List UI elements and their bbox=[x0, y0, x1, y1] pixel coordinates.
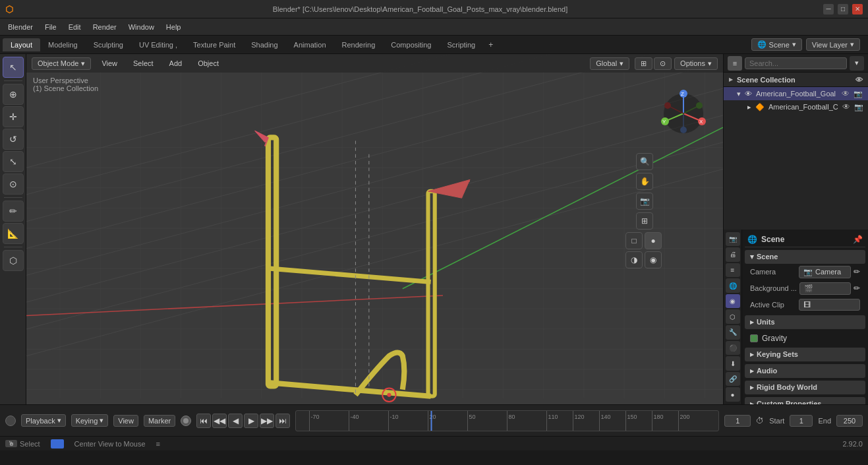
material-tab[interactable]: ● bbox=[726, 387, 740, 402]
pan-button[interactable]: ✋ bbox=[636, 173, 653, 190]
tab-texture-paint[interactable]: Texture Paint bbox=[185, 38, 243, 51]
props-pin-icon[interactable]: 📌 bbox=[853, 235, 863, 244]
physics-tab[interactable]: ⬇ bbox=[726, 356, 740, 371]
tool-select[interactable]: ↖ bbox=[3, 57, 24, 78]
camera-name: Camera bbox=[815, 268, 841, 276]
tool-measure[interactable]: 📐 bbox=[3, 223, 24, 244]
menu-help[interactable]: Help bbox=[161, 22, 187, 32]
gravity-checkbox[interactable] bbox=[750, 334, 758, 342]
keying-sets-expand: ▸ bbox=[750, 350, 754, 359]
background-edit-icon[interactable]: ✏ bbox=[854, 284, 860, 293]
gizmo-widget[interactable]: Z X Y bbox=[657, 87, 710, 140]
item-visibility-icon-2[interactable]: 👁 bbox=[842, 102, 850, 111]
camera-value[interactable]: 📷 Camera bbox=[799, 266, 851, 278]
proportional-edit-button[interactable]: ⊙ bbox=[654, 57, 672, 70]
viewport-select-menu[interactable]: Select bbox=[128, 58, 159, 69]
global-transform-selector[interactable]: Global ▾ bbox=[590, 57, 629, 70]
wireframe-button[interactable]: □ bbox=[625, 232, 643, 249]
start-frame-input[interactable] bbox=[790, 415, 813, 427]
tool-cursor[interactable]: ⊕ bbox=[3, 84, 24, 105]
viewport[interactable]: Object Mode ▾ View Select Add Object Glo… bbox=[26, 54, 723, 404]
outliner-item-football-c[interactable]: ▸ 🔶 American_Football_C 👁 📷 bbox=[724, 100, 868, 113]
tool-move[interactable]: ✛ bbox=[3, 106, 24, 127]
viewport-object-menu[interactable]: Object bbox=[192, 58, 224, 69]
current-frame-input[interactable] bbox=[724, 415, 751, 427]
tab-layout[interactable]: Layout bbox=[3, 38, 40, 51]
material-button[interactable]: ◑ bbox=[625, 251, 643, 268]
record-button[interactable] bbox=[181, 416, 191, 426]
tab-shading[interactable]: Shading bbox=[243, 38, 285, 51]
tab-sculpting[interactable]: Sculpting bbox=[86, 38, 131, 51]
playback-menu[interactable]: Playback ▾ bbox=[21, 414, 66, 427]
item-visibility-icon[interactable]: 👁 bbox=[842, 89, 850, 98]
play-button[interactable]: ▶ bbox=[244, 414, 258, 428]
scene-section-header[interactable]: ▾ Scene bbox=[745, 250, 865, 264]
marker-menu[interactable]: Marker bbox=[144, 415, 175, 427]
tab-animation[interactable]: Animation bbox=[286, 38, 334, 51]
view-layer-selector[interactable]: View Layer ▾ bbox=[806, 38, 860, 51]
viewport-add-menu[interactable]: Add bbox=[164, 58, 188, 69]
tool-annotate[interactable]: ✏ bbox=[3, 201, 24, 222]
tool-transform[interactable]: ⊙ bbox=[3, 173, 24, 195]
camera-view-button[interactable]: 📷 bbox=[636, 193, 653, 210]
timeline-ruler[interactable]: -70 -40 -10 20 50 80 110 120 140 150 180… bbox=[295, 410, 719, 431]
constraints-tab[interactable]: 🔗 bbox=[726, 372, 740, 387]
outliner-tab[interactable]: ≡ bbox=[728, 56, 742, 71]
prev-keyframe-button[interactable]: ◀◀ bbox=[212, 414, 227, 428]
audio-section-header[interactable]: ▸ Audio bbox=[745, 364, 865, 378]
outliner-filter-button[interactable]: ▾ bbox=[850, 56, 864, 71]
menu-file[interactable]: File bbox=[40, 22, 62, 32]
step-forward-button[interactable]: ▶▶ bbox=[260, 414, 274, 428]
render-properties-tab[interactable]: 📷 bbox=[726, 232, 740, 247]
orthographic-button[interactable]: ⊞ bbox=[636, 212, 653, 230]
tab-compositing[interactable]: Compositing bbox=[383, 38, 439, 51]
zoom-in-button[interactable]: 🔍 bbox=[636, 153, 653, 170]
options-button[interactable]: Options ▾ bbox=[674, 57, 718, 70]
menu-window[interactable]: Window bbox=[123, 22, 159, 32]
end-frame-input[interactable] bbox=[836, 415, 863, 427]
tab-scripting[interactable]: Scripting bbox=[439, 38, 483, 51]
step-back-button[interactable]: ◀ bbox=[228, 414, 243, 428]
view-layer-tab[interactable]: ≡ bbox=[726, 263, 740, 278]
custom-props-header[interactable]: ▸ Custom Properties bbox=[745, 397, 865, 405]
rigid-body-header[interactable]: ▸ Rigid Body World bbox=[745, 381, 865, 394]
tab-uv-editing[interactable]: UV Editing , bbox=[131, 38, 185, 51]
custom-props-label: Custom Properties bbox=[757, 400, 821, 404]
tool-scale[interactable]: ⤡ bbox=[3, 151, 24, 172]
view-menu[interactable]: View bbox=[113, 415, 138, 427]
menu-render[interactable]: Render bbox=[88, 22, 122, 32]
outliner-item-football-goal[interactable]: ▾ 👁 American_Football_Goal 👁 📷 bbox=[724, 87, 868, 100]
background-value[interactable]: 🎬 bbox=[799, 282, 851, 295]
timeline-dot[interactable] bbox=[5, 416, 16, 426]
rendered-button[interactable]: ◉ bbox=[645, 251, 662, 268]
object-properties-tab[interactable]: ⬡ bbox=[726, 309, 740, 324]
keying-sets-header[interactable]: ▸ Keying Sets bbox=[745, 348, 865, 361]
menu-blender[interactable]: Blender bbox=[3, 22, 38, 32]
units-section-header[interactable]: ▸ Units bbox=[745, 315, 865, 329]
scene-tab[interactable]: 🌐 bbox=[726, 278, 740, 293]
snap-button[interactable]: ⊞ bbox=[635, 57, 652, 70]
tab-modeling[interactable]: Modeling bbox=[40, 38, 86, 51]
camera-edit-icon[interactable]: ✏ bbox=[854, 267, 860, 276]
close-button[interactable]: ✕ bbox=[852, 4, 863, 15]
add-workspace-button[interactable]: + bbox=[483, 38, 498, 52]
tool-add[interactable]: ⬡ bbox=[3, 250, 24, 271]
world-properties-tab[interactable]: ◉ bbox=[726, 294, 740, 309]
tab-rendering[interactable]: Rendering bbox=[334, 38, 384, 51]
maximize-button[interactable]: □ bbox=[838, 4, 848, 15]
solid-button[interactable]: ● bbox=[645, 232, 662, 249]
outliner-search-input[interactable] bbox=[745, 57, 847, 69]
minimize-button[interactable]: ─ bbox=[823, 4, 834, 15]
active-clip-value[interactable]: 🎞 bbox=[799, 299, 860, 311]
scene-selector[interactable]: 🌐 Scene ▾ bbox=[751, 38, 802, 51]
menu-edit[interactable]: Edit bbox=[63, 22, 86, 32]
viewport-view-menu[interactable]: View bbox=[96, 58, 123, 69]
particles-tab[interactable]: ⚫ bbox=[726, 341, 740, 356]
jump-start-button[interactable]: ⏮ bbox=[196, 414, 211, 428]
object-mode-selector[interactable]: Object Mode ▾ bbox=[32, 57, 91, 70]
output-properties-tab[interactable]: 🖨 bbox=[726, 247, 740, 262]
keying-menu[interactable]: Keying ▾ bbox=[71, 414, 109, 427]
modifier-tab[interactable]: 🔧 bbox=[726, 325, 740, 340]
tool-rotate[interactable]: ↺ bbox=[3, 129, 24, 150]
jump-end-button[interactable]: ⏭ bbox=[275, 414, 290, 428]
